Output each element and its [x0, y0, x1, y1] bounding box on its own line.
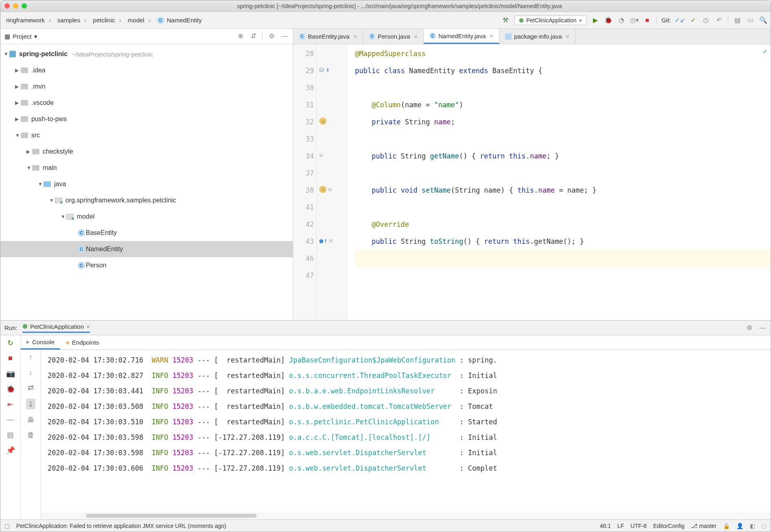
- console-line: 2020-02-04 17:30:03.598 INFO 15203 --- […: [48, 445, 771, 460]
- tree-node-NamedEntity[interactable]: C NamedEntity: [0, 241, 293, 257]
- locate-icon[interactable]: ⊕: [236, 32, 244, 40]
- run-label: Run:: [4, 324, 17, 331]
- run-config-name: PetClinicApplication: [30, 323, 84, 330]
- lock-icon[interactable]: 🔒: [723, 523, 730, 529]
- tree-node-org-springframework-samples-petclinic[interactable]: ▼org.springframework.samples.petclinic: [0, 192, 293, 208]
- git-commit-icon[interactable]: ✓: [689, 16, 697, 24]
- feedback-icon[interactable]: ◌: [762, 523, 767, 529]
- tree-node-push-to-pws[interactable]: ▶push-to-pws: [0, 111, 293, 127]
- console-tab[interactable]: ▸Console: [21, 335, 60, 350]
- project-root[interactable]: ▼spring-petclinic~/IdeaProjects/spring-p…: [0, 46, 293, 62]
- status-bar: ▢ PetClinicApplication: Failed to retrie…: [0, 519, 771, 532]
- up-icon[interactable]: ↑: [29, 353, 33, 362]
- expand-icon[interactable]: ⇵: [249, 32, 257, 40]
- stop-run-icon[interactable]: ■: [8, 354, 13, 363]
- gutter-marks[interactable]: ⛁⬇a ⊞a ⊞●↑ ⊞: [317, 44, 347, 320]
- close-tab-icon[interactable]: ×: [490, 33, 493, 39]
- tool-windows-icon[interactable]: ▢: [4, 523, 10, 529]
- crumb[interactable]: ringframework: [4, 16, 53, 25]
- status-message: PetClinicApplication: Failed to retrieve…: [16, 523, 226, 529]
- wrap-icon[interactable]: ⇄: [28, 383, 34, 392]
- exit-icon[interactable]: ⇤: [7, 400, 13, 409]
- console-tab-label: Console: [32, 339, 54, 345]
- close-tab-icon[interactable]: ×: [414, 33, 418, 40]
- editor-tab-package-info-java[interactable]: package-info.java×: [499, 29, 575, 44]
- close-tab-icon[interactable]: ×: [566, 33, 570, 40]
- hide-icon[interactable]: —: [281, 32, 289, 40]
- debug-icon[interactable]: 🐞: [604, 16, 612, 24]
- run-output-tabs: ▸Console ⎈Endpoints: [21, 335, 771, 350]
- structure-icon[interactable]: ▤: [733, 16, 741, 24]
- project-title-label: Project: [13, 33, 32, 40]
- crumb[interactable]: petclinic: [91, 16, 124, 25]
- tree-node--vscode[interactable]: ▶.vscode: [0, 95, 293, 111]
- editorconfig[interactable]: EditorConfig: [653, 523, 684, 529]
- crumb-current[interactable]: CNamedEntity: [155, 16, 204, 25]
- close-run-tab[interactable]: ×: [86, 323, 90, 330]
- run-config-tab[interactable]: ⬢PetClinicApplication ×: [22, 323, 90, 333]
- run-hide-icon[interactable]: —: [758, 324, 767, 332]
- git-label: Git:: [662, 17, 671, 24]
- editor-tab-BaseEntity-java[interactable]: CBaseEntity.java×: [293, 29, 363, 44]
- file-encoding[interactable]: UTF-8: [631, 523, 647, 529]
- git-revert-icon[interactable]: ↶: [715, 16, 723, 24]
- editor-tabs: CBaseEntity.java×CPerson.java×CNamedEnti…: [293, 29, 771, 44]
- tree-node--idea[interactable]: ▶.idea: [0, 62, 293, 78]
- layout-icon[interactable]: ▤: [7, 430, 14, 439]
- close-window[interactable]: [4, 3, 10, 9]
- memory-icon[interactable]: ◧: [750, 523, 755, 529]
- run-debug-icon[interactable]: 🐞: [6, 384, 15, 393]
- tree-node-src[interactable]: ▼src: [0, 127, 293, 143]
- zoom-window[interactable]: [22, 3, 27, 9]
- editor-tab-NamedEntity-java[interactable]: CNamedEntity.java×: [424, 29, 499, 44]
- tree-node-Person[interactable]: C Person: [0, 257, 293, 274]
- code-area[interactable]: ✓ 2829303132333437384142434647 ⛁⬇a ⊞a ⊞●…: [293, 44, 771, 320]
- inspector-icon[interactable]: 👤: [736, 523, 743, 529]
- console-line: 2020-02-04 17:30:03.606 INFO 15203 --- […: [48, 460, 771, 476]
- tree-node-BaseEntity[interactable]: C BaseEntity: [0, 225, 293, 241]
- stop-icon[interactable]: ■: [643, 16, 651, 24]
- titlebar: spring-petclinic [~/IdeaProjects/spring-…: [0, 0, 771, 12]
- project-tree[interactable]: ▼spring-petclinic~/IdeaProjects/spring-p…: [0, 44, 293, 320]
- tree-node-checkstyle[interactable]: ▶checkstyle: [0, 143, 293, 160]
- search-everywhere-icon[interactable]: 🔍: [759, 16, 767, 24]
- tree-node-model[interactable]: ▼model: [0, 208, 293, 225]
- build-icon[interactable]: ⚒: [501, 16, 510, 24]
- git-branch[interactable]: ⎇ master: [691, 523, 717, 529]
- tree-node-main[interactable]: ▼main: [0, 160, 293, 176]
- endpoints-tab[interactable]: ⎈Endpoints: [60, 335, 105, 350]
- run-config-selector[interactable]: ⬢PetClinicApplication▾: [514, 15, 586, 25]
- caret-position[interactable]: 46:1: [600, 523, 611, 529]
- code-content[interactable]: @MappedSuperclasspublic class NamedEntit…: [347, 44, 771, 320]
- minimize-window[interactable]: [13, 3, 18, 9]
- run-icon[interactable]: ▶: [591, 16, 599, 24]
- pin-icon[interactable]: 📌: [6, 446, 15, 455]
- window-title: spring-petclinic [~/IdeaProjects/spring-…: [33, 3, 767, 9]
- settings-icon[interactable]: ⚙: [268, 32, 276, 40]
- scroll-to-end-icon[interactable]: ⤓: [26, 399, 35, 409]
- close-tab-icon[interactable]: ×: [353, 33, 357, 40]
- down-icon[interactable]: ↓: [29, 368, 33, 377]
- branch-name: master: [699, 523, 717, 529]
- run-settings-icon[interactable]: ⚙: [745, 324, 754, 332]
- line-separator[interactable]: LF: [617, 523, 624, 529]
- console-output[interactable]: 2020-02-04 17:30:02.716 WARN 15203 --- […: [41, 350, 771, 512]
- editor: CBaseEntity.java×CPerson.java×CNamedEnti…: [293, 29, 771, 320]
- clear-icon[interactable]: 🗑: [27, 431, 35, 439]
- project-title[interactable]: ▦ Project ▾: [4, 33, 37, 40]
- coverage-icon[interactable]: ◔: [617, 16, 625, 24]
- crumb[interactable]: samples: [55, 16, 89, 25]
- editor-tab-Person-java[interactable]: CPerson.java×: [363, 29, 424, 44]
- git-update-icon[interactable]: ✓↙: [676, 16, 684, 24]
- rerun-icon[interactable]: ↻: [7, 339, 13, 347]
- print-icon[interactable]: 🖶: [27, 416, 35, 424]
- dump-icon[interactable]: 📷: [6, 369, 15, 378]
- profile-icon[interactable]: ◷▾: [630, 16, 638, 24]
- crumb[interactable]: model: [125, 16, 153, 25]
- tree-node--mvn[interactable]: ▶.mvn: [0, 78, 293, 95]
- crumb-label: NamedEntity: [167, 17, 202, 24]
- git-history-icon[interactable]: ◷: [702, 16, 710, 24]
- tree-node-java[interactable]: ▼java: [0, 176, 293, 192]
- console-scrollbar[interactable]: [41, 512, 771, 519]
- presentation-icon[interactable]: ▭: [746, 16, 754, 24]
